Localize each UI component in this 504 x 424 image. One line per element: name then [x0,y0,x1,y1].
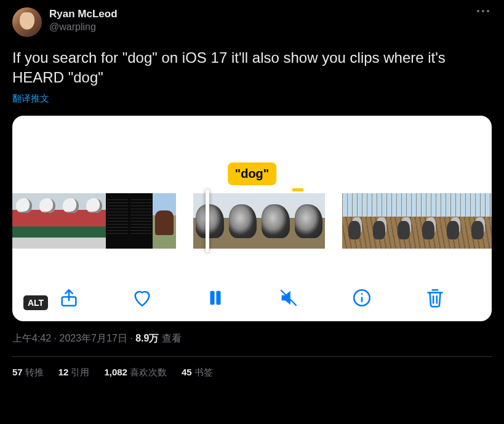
clip-group [193,193,325,249]
thumbnail [292,193,326,249]
heart-icon[interactable] [129,284,156,311]
thumbnail [391,193,416,249]
tooltip-tick [292,188,303,191]
thumbnail [259,193,292,249]
more-options-icon[interactable] [474,7,492,15]
date: 2023年7月17日 [59,333,127,343]
tweet-container: Ryan McLeod @warpling If you search for … [0,0,504,378]
thumbnail [193,193,226,249]
alt-badge[interactable]: ALT [23,295,48,310]
tweet-header: Ryan McLeod @warpling [12,7,492,37]
thumbnail [226,193,260,249]
svg-point-6 [361,293,363,295]
thumbnail [416,193,441,249]
thumbnail [12,193,36,249]
search-tooltip: "dog" [228,162,277,185]
thumbnail [106,193,129,249]
stats-row: 57转推 12引用 1,082喜欢次数 45书签 [12,357,492,378]
thumbnail [129,193,153,249]
thumbnail [36,193,59,249]
tweet-text: If you search for "dog" on iOS 17 it'll … [12,48,492,88]
info-icon[interactable] [348,284,375,311]
thumbnail [465,193,490,249]
views-count: 8.9万 [135,333,159,343]
thumbnail [490,193,492,249]
thumbnail [153,193,176,249]
thumbnail [441,193,465,249]
media-card[interactable]: "dog" [12,116,492,321]
video-timeline[interactable] [12,193,492,249]
tweet-meta[interactable]: 上午4:42 · 2023年7月17日 · 8.9万 查看 [12,332,492,345]
author-block[interactable]: Ryan McLeod @warpling [49,7,118,34]
thumbnail [59,193,82,249]
avatar[interactable] [12,7,42,37]
translate-link[interactable]: 翻译推文 [12,93,492,105]
clip-group [342,193,492,249]
clip-group [12,193,176,249]
time: 上午4:42 [12,333,51,343]
bookmarks-stat[interactable]: 45书签 [182,367,213,378]
thumbnail [82,193,106,249]
display-name: Ryan McLeod [49,7,118,21]
thumbnail [342,193,367,249]
views-label: 查看 [159,333,181,343]
likes-stat[interactable]: 1,082喜欢次数 [104,367,167,378]
share-icon[interactable] [55,284,82,311]
trash-icon[interactable] [422,284,449,311]
svg-rect-1 [210,290,214,305]
mute-icon[interactable] [275,284,302,311]
thumbnail [367,193,391,249]
quotes-stat[interactable]: 12引用 [58,367,90,378]
svg-rect-2 [216,290,220,305]
pause-icon[interactable] [202,284,229,311]
retweets-stat[interactable]: 57转推 [12,367,44,378]
media-toolbar [12,284,492,311]
playhead[interactable] [206,190,209,252]
handle: @warpling [49,21,118,34]
